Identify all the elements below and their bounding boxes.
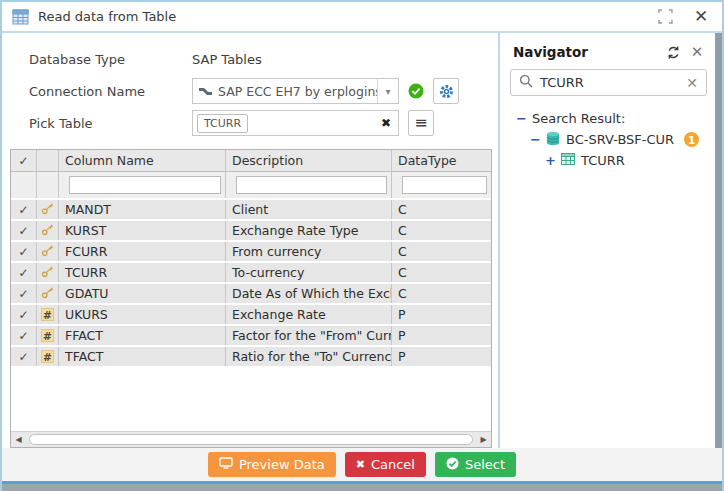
column-name-cell: TFACT (59, 347, 226, 366)
search-clear-icon[interactable]: ✕ (686, 75, 698, 91)
navigator-search[interactable]: TCURR ✕ (510, 69, 707, 96)
cancel-button[interactable]: ✖ Cancel (345, 452, 426, 477)
header-description: Description (226, 150, 392, 171)
select-label: Select (465, 457, 505, 472)
description-cell: Date As of Which the Excha... (226, 284, 392, 303)
sap-connection-icon (199, 84, 213, 99)
description-cell: Exchange Rate (226, 305, 392, 324)
key-icon (41, 223, 54, 239)
description-cell: Client (226, 200, 392, 219)
main-panel: Database Type SAP Tables Connection Name… (2, 33, 498, 448)
select-button[interactable]: Select (435, 452, 516, 477)
tree-node-table[interactable]: + TCURR (500, 150, 715, 171)
connection-row: Connection Name SAP ECC EH7 by erplogins… (29, 78, 498, 104)
table-row[interactable]: ✓TCURRTo-currencyC (11, 263, 491, 282)
checkmark-icon: ✓ (18, 224, 28, 238)
filter-description-input[interactable] (236, 176, 387, 194)
row-checkbox[interactable]: ✓ (11, 263, 37, 282)
window-bottom-shadow (2, 484, 722, 491)
connection-select[interactable]: SAP ECC EH7 by erplogins ▾ (192, 78, 399, 104)
column-name-cell: FCURR (59, 242, 226, 261)
row-checkbox[interactable]: ✓ (11, 347, 37, 366)
checkmark-icon: ✓ (18, 266, 28, 280)
tree-node-package[interactable]: − BC-SRV-BSF-CUR 1 (500, 129, 715, 150)
connection-settings-button[interactable] (433, 78, 459, 104)
table-row[interactable]: ✓MANDTClientC (11, 200, 491, 219)
header-icon-column (37, 150, 59, 171)
column-name-cell: FFACT (59, 326, 226, 345)
filter-check-cell (11, 172, 37, 198)
maximize-icon[interactable] (656, 8, 674, 26)
close-icon[interactable]: ✕ (692, 8, 710, 26)
table-row[interactable]: ✓#UKURSExchange RateP (11, 305, 491, 324)
row-type-icon-cell (37, 263, 59, 282)
preview-data-button[interactable]: Preview Data (208, 452, 336, 477)
chevron-down-icon[interactable]: ▾ (377, 79, 398, 103)
row-checkbox[interactable]: ✓ (11, 221, 37, 240)
table-row[interactable]: ✓#FFACTFactor for the "From" Curre...P (11, 326, 491, 345)
filter-name-input[interactable] (69, 176, 221, 194)
filter-name-cell (59, 172, 226, 198)
scroll-left-icon[interactable]: ◀ (11, 435, 26, 444)
navigator-title: Navigator (513, 44, 657, 60)
table-list-button[interactable]: ≡ (408, 110, 434, 136)
row-checkbox[interactable]: ✓ (11, 305, 37, 324)
datatype-cell: C (392, 263, 491, 282)
clear-table-icon[interactable]: ✖ (381, 116, 391, 130)
filter-datatype-cell (392, 172, 491, 198)
table-rows: ✓MANDTClientC✓KURSTExchange Rate TypeC✓F… (11, 200, 491, 368)
row-checkbox[interactable]: ✓ (11, 200, 37, 219)
key-icon (41, 202, 54, 218)
table-grid-icon (561, 153, 575, 168)
key-icon (41, 244, 54, 260)
datatype-cell: P (392, 347, 491, 366)
tree-node-search-result[interactable]: − Search Result: (500, 108, 715, 129)
collapse-icon[interactable]: − (516, 111, 526, 126)
table-row[interactable]: ✓GDATUDate As of Which the Excha...C (11, 284, 491, 303)
row-checkbox[interactable]: ✓ (11, 326, 37, 345)
checkmark-icon: ✓ (18, 350, 28, 364)
table-header-row: ✓ Column Name Description DataType (11, 150, 491, 172)
horizontal-scrollbar[interactable]: ◀ ▶ (11, 431, 491, 447)
tree-search-result-label: Search Result: (532, 111, 625, 126)
pick-table-input[interactable]: TCURR ✖ (192, 110, 399, 136)
description-cell: Exchange Rate Type (226, 221, 392, 240)
filter-datatype-input[interactable] (402, 176, 487, 194)
check-circle-icon (446, 457, 459, 473)
search-input-value[interactable]: TCURR (540, 75, 679, 90)
column-name-cell: UKURS (59, 305, 226, 324)
dialog-titlebar: Read data from Table ✕ (2, 2, 722, 33)
row-checkbox[interactable]: ✓ (11, 284, 37, 303)
table-filter-row (11, 172, 491, 198)
dialog-footer: Preview Data ✖ Cancel Select (2, 448, 722, 481)
scroll-right-icon[interactable]: ▶ (476, 435, 491, 444)
datatype-cell: C (392, 221, 491, 240)
read-data-dialog: Read data from Table ✕ Database Type SAP… (0, 0, 724, 491)
numeric-icon: # (41, 350, 54, 363)
hamburger-icon: ≡ (414, 115, 427, 131)
navigator-header: Navigator ✕ (500, 33, 715, 68)
table-row[interactable]: ✓FCURRFrom currencyC (11, 242, 491, 261)
key-icon (41, 265, 54, 281)
navigator-close-icon[interactable]: ✕ (689, 44, 705, 60)
checkmark-icon: ✓ (18, 308, 28, 322)
checkmark-icon: ✓ (18, 245, 28, 259)
expand-icon[interactable]: + (545, 153, 555, 168)
filter-icon-cell (37, 172, 59, 198)
column-name-cell: TCURR (59, 263, 226, 282)
collapse-icon[interactable]: − (530, 132, 540, 147)
navigator-panel: Navigator ✕ TCURR ✕ − Search Result: − (500, 33, 715, 448)
row-checkbox[interactable]: ✓ (11, 242, 37, 261)
datatype-cell: P (392, 305, 491, 324)
refresh-icon[interactable] (665, 44, 681, 60)
dialog-title: Read data from Table (38, 9, 176, 24)
table-row[interactable]: ✓#TFACTRatio for the "To" Currency ...P (11, 347, 491, 366)
table-row[interactable]: ✓KURSTExchange Rate TypeC (11, 221, 491, 240)
scrollbar-thumb[interactable] (29, 434, 473, 445)
search-icon (519, 74, 533, 91)
database-icon (546, 131, 560, 149)
column-name-cell: GDATU (59, 284, 226, 303)
row-type-icon-cell (37, 221, 59, 240)
header-column-name: Column Name (59, 150, 226, 171)
select-all-checkbox[interactable]: ✓ (11, 150, 37, 171)
